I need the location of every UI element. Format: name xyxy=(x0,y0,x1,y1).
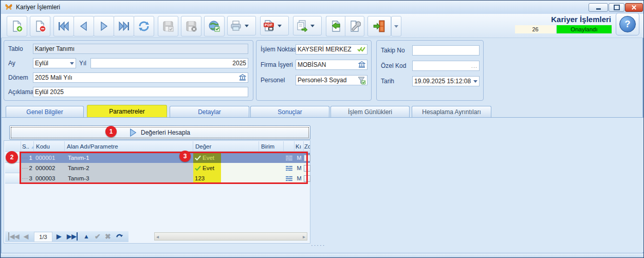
islem-noktasi-value: KAYSERİ MERKEZ xyxy=(298,45,351,54)
refresh-button[interactable] xyxy=(134,16,154,36)
header-label: S.. xyxy=(22,143,29,150)
new-record-button[interactable] xyxy=(7,16,27,36)
nav-refresh-button[interactable] xyxy=(115,232,123,241)
grid-header-kodu[interactable]: Kodu xyxy=(34,141,65,152)
aciklama-field[interactable]: Eylül 2025 xyxy=(33,87,248,97)
ozel-kod-field[interactable]: ... xyxy=(412,61,480,71)
last-record-button[interactable] xyxy=(114,16,134,36)
tab-islem-gunlukleri[interactable]: İşlem Günlükleri xyxy=(330,106,410,117)
header-label: Değer xyxy=(195,143,211,150)
pdf-badge: PDF xyxy=(264,23,274,27)
previous-record-icon xyxy=(78,20,90,32)
nav-refresh-icon xyxy=(115,232,123,241)
takip-no-label: Takip No xyxy=(381,45,405,56)
ay-combobox[interactable]: Eylül xyxy=(33,58,76,68)
tab-detaylar[interactable]: Detaylar xyxy=(170,106,249,117)
print-button[interactable] xyxy=(227,16,256,35)
scroll-left-icon[interactable]: ◂ xyxy=(156,234,159,239)
first-record-button[interactable] xyxy=(53,16,74,36)
help-button[interactable]: ? xyxy=(616,13,639,35)
document-back-arrow-icon xyxy=(330,20,342,32)
copy-record-button[interactable] xyxy=(293,16,322,35)
annotation-step-1: 1 xyxy=(105,126,117,137)
horizontal-scrollbar[interactable]: ◂ ▸ xyxy=(154,232,307,241)
calculate-values-button[interactable]: Değerleri Hesapla xyxy=(9,125,310,140)
tab-parametreler[interactable]: Parametreler xyxy=(87,105,167,117)
nav-post-button[interactable]: ✔ xyxy=(95,232,101,241)
maximize-button[interactable] xyxy=(609,3,624,12)
donem-field[interactable]: 2025 Mali Yılı xyxy=(33,72,248,83)
refresh-icon xyxy=(138,20,150,32)
yil-field[interactable]: 2025 xyxy=(90,58,248,68)
record-number: 26 xyxy=(515,25,556,33)
nav-next-button[interactable]: ▶ xyxy=(57,232,61,241)
islem-noktasi-field[interactable]: KAYSERİ MERKEZ xyxy=(296,44,367,54)
grid-header-sira[interactable]: S.. xyxy=(21,141,34,152)
personel-filter-icon[interactable] xyxy=(358,77,365,84)
first-record-icon xyxy=(58,20,70,32)
ozel-kod-ellipsis-button[interactable]: ... xyxy=(471,61,477,70)
close-icon xyxy=(631,5,637,10)
header-label: Zor xyxy=(304,143,310,150)
donem-lookup-bank-icon[interactable] xyxy=(239,74,246,81)
ay-value: Eylül xyxy=(35,59,48,68)
grid-header-kilit[interactable]: Kı xyxy=(295,141,304,152)
previous-record-button[interactable] xyxy=(73,16,94,36)
tab-sonuclar[interactable]: Sonuçlar xyxy=(250,106,329,117)
copy-dropdown-icon[interactable] xyxy=(310,25,315,27)
next-record-button[interactable] xyxy=(94,16,114,36)
donem-value: 2025 Mali Yılı xyxy=(35,73,72,82)
ay-label: Ay xyxy=(8,58,15,68)
tarih-field[interactable]: 19.09.2025 15:12:08 xyxy=(412,76,480,86)
nav-previous-button[interactable]: ◀ xyxy=(24,232,28,241)
exit-door-icon xyxy=(373,20,386,33)
revert-import-button[interactable] xyxy=(326,16,345,36)
exit-button[interactable] xyxy=(367,16,391,36)
row-indicator[interactable] xyxy=(5,173,21,183)
tab-genel-bilgiler[interactable]: Genel Bilgiler xyxy=(6,106,84,117)
grid-header-alan[interactable]: Alan Adı/Parametre xyxy=(65,141,193,152)
tab-hesaplama-ayrintilari[interactable]: Hesaplama Ayrıntıları xyxy=(412,106,491,117)
personel-label: Personel xyxy=(261,75,285,85)
save-close-button[interactable] xyxy=(181,16,201,36)
personel-field[interactable]: Personel-3 Soyad xyxy=(296,75,367,85)
close-button[interactable] xyxy=(625,3,643,12)
pdf-export-button[interactable]: PDF xyxy=(260,16,289,35)
nav-last-button[interactable]: ▶▶ xyxy=(67,232,78,241)
last-record-icon xyxy=(118,20,130,32)
splitter-handle[interactable]: ····· xyxy=(311,243,325,248)
nav-cancel-button[interactable]: ✖ xyxy=(105,232,111,241)
tab-label: İşlem Günlükleri xyxy=(348,108,392,116)
exit-dropdown-button[interactable] xyxy=(391,16,401,36)
save-button[interactable] xyxy=(158,16,178,36)
tarih-dropdown-icon[interactable] xyxy=(473,80,477,83)
bottom-status-strip xyxy=(1,253,644,258)
pdf-dropdown-icon[interactable] xyxy=(278,25,282,27)
maintenance-button[interactable] xyxy=(345,16,364,36)
web-approve-button[interactable] xyxy=(204,16,225,36)
minimize-button[interactable] xyxy=(588,3,608,12)
tracking-form-panel: Takip No Özel Kod ... Tarih 19.09.2025 1… xyxy=(376,40,484,101)
save-icon xyxy=(162,20,174,32)
grid-header-birim[interactable]: Birim xyxy=(259,141,284,152)
double-check-icon[interactable] xyxy=(357,46,365,52)
row-indicator[interactable] xyxy=(5,163,21,173)
tablo-field[interactable]: Kariyer Tanımı xyxy=(33,44,248,54)
calculate-values-label: Değerleri Hesapla xyxy=(141,129,190,136)
firma-lookup-bank-icon[interactable] xyxy=(358,61,365,68)
print-dropdown-icon[interactable] xyxy=(245,25,249,27)
grid-header-zorunlu[interactable]: Zor xyxy=(304,141,310,152)
takip-no-field[interactable] xyxy=(412,45,480,56)
ay-dropdown-icon[interactable] xyxy=(70,62,74,65)
firma-isyeri-field[interactable]: MOBİSAN xyxy=(296,60,367,70)
aciklama-label: Açıklama xyxy=(8,87,33,97)
nav-first-button[interactable]: ◀◀ xyxy=(8,232,19,241)
scroll-right-icon[interactable]: ▸ xyxy=(303,234,305,239)
delete-record-button[interactable] xyxy=(30,16,50,36)
tab-label: Detaylar xyxy=(198,108,221,116)
firma-isyeri-label: Firma İşyeri xyxy=(261,60,293,70)
app-window: Kariyer İşlemleri PDF Kariyer İşlemleri … xyxy=(0,0,644,258)
main-form-panel: Tablo Kariyer Tanımı Ay Eylül Yıl 2025 D… xyxy=(4,40,253,101)
grid-header-deger[interactable]: Değer xyxy=(193,141,259,152)
nav-collapse-button[interactable]: ▲ xyxy=(83,232,89,241)
